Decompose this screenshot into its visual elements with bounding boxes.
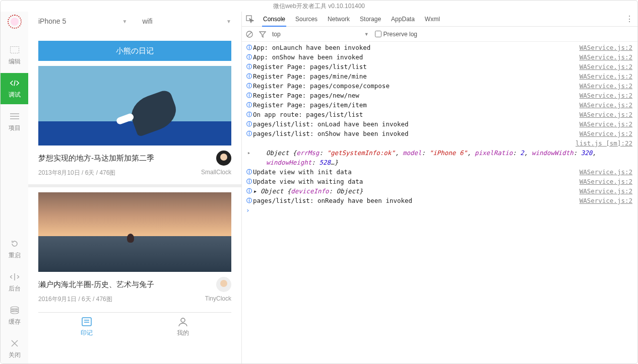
preserve-log-checkbox[interactable]: Preserve log	[375, 31, 417, 38]
card-title: 梦想实现的地方-马达加斯加第二季	[38, 154, 212, 163]
card-image	[38, 192, 231, 272]
avatar	[216, 151, 231, 166]
svg-line-1	[14, 80, 15, 86]
card-title: 濑户内海北半圈-历史、艺术与兔子	[38, 280, 212, 289]
info-icon: ⓘ	[245, 100, 253, 110]
window-title: 微信web开发者工具 v0.10.101400	[1, 1, 637, 12]
info-icon: ⓘ	[245, 71, 253, 81]
console-output[interactable]: ⓘApp: onLaunch have been invokedWAServic…	[242, 42, 637, 364]
console-object[interactable]: ▸Object {errMsg: "getSystemInfo:ok", mod…	[242, 148, 637, 167]
list-item[interactable]: 濑户内海北半圈-历史、艺术与兔子 2016年9月1日 / 6天 / 476图 T…	[38, 192, 231, 304]
more-icon[interactable]: ⋮	[625, 14, 633, 24]
tab-sources[interactable]: Sources	[294, 12, 318, 27]
card-image	[38, 66, 231, 145]
sidebar-item-edit[interactable]: 编辑	[1, 40, 28, 71]
svg-rect-11	[82, 318, 91, 326]
console-row: ⓘpages/list/list: onLoad have been invok…	[242, 119, 637, 129]
source-link[interactable]: list.js [sm]:22	[576, 138, 632, 148]
chevron-down-icon: ▼	[364, 32, 369, 37]
source-link[interactable]: WAService.js:2	[580, 177, 632, 186]
sidebar-item-background[interactable]: 后台	[1, 267, 28, 298]
console-row: list.js [sm]:22	[242, 138, 637, 148]
info-icon: ⓘ	[245, 196, 253, 205]
console-prompt[interactable]: ›	[242, 205, 637, 215]
info-icon: ⓘ	[245, 52, 253, 62]
card-author: TinyClock	[205, 295, 231, 304]
device-selector[interactable]: iPhone 5 ▼	[33, 14, 133, 28]
user-icon	[178, 317, 188, 327]
console-row: ⓘRegister Page: pages/mine/mineWAService…	[242, 71, 637, 81]
background-icon	[10, 272, 20, 281]
edit-icon	[10, 45, 20, 54]
console-row: ⓘUpdate view with waiting dataWAService.…	[242, 177, 637, 186]
card-author: SmallClock	[201, 169, 231, 177]
sidebar-item-debug[interactable]: 调试	[1, 73, 28, 104]
info-icon: ⓘ	[245, 91, 253, 100]
source-link[interactable]: WAService.js:2	[580, 91, 632, 100]
source-link[interactable]: WAService.js:2	[580, 129, 632, 138]
console-object[interactable]: ⓘ▸ Object {deviceInfo: Object}WAService.…	[242, 186, 637, 196]
console-row: ⓘOn app route: pages/list/listWAService.…	[242, 110, 637, 119]
info-icon: ⓘ	[245, 43, 253, 52]
source-link[interactable]: WAService.js:2	[580, 196, 632, 205]
devtools-panel: Console Sources Network Storage AppData …	[241, 12, 637, 364]
source-link[interactable]: WAService.js:2	[580, 167, 632, 177]
network-selector[interactable]: wifi ▼	[138, 14, 237, 28]
tab-appdata[interactable]: AppData	[390, 12, 416, 27]
chevron-down-icon: ▼	[226, 19, 231, 24]
restart-icon	[10, 239, 20, 248]
source-link[interactable]: WAService.js:2	[580, 119, 632, 129]
info-icon: ⓘ	[245, 81, 253, 91]
inspect-icon[interactable]	[246, 15, 254, 23]
clear-console-icon[interactable]	[246, 31, 253, 38]
console-row: ⓘRegister Page: pages/list/listWAService…	[242, 62, 637, 71]
info-icon: ⓘ	[245, 62, 253, 71]
tab-console[interactable]: Console	[262, 12, 286, 27]
source-link[interactable]: WAService.js:2	[580, 100, 632, 110]
console-row: ⓘRegister Page: pages/compose/composeWAS…	[242, 81, 637, 91]
source-link[interactable]: WAService.js:2	[580, 186, 632, 196]
console-row: ⓘApp: onLaunch have been invokedWAServic…	[242, 43, 637, 52]
console-row: ⓘpages/list/list: onShow have been invok…	[242, 129, 637, 138]
svg-line-17	[247, 32, 251, 36]
sidebar-item-cache[interactable]: 缓存	[1, 300, 28, 331]
card-meta: 2016年9月1日 / 6天 / 476图	[38, 295, 112, 304]
list-item[interactable]: 梦想实现的地方-马达加斯加第二季 2013年8月10日 / 6天 / 476图 …	[38, 66, 231, 177]
sidebar-item-project[interactable]: 项目	[1, 106, 28, 137]
tab-storage[interactable]: Storage	[359, 12, 382, 27]
tab-network[interactable]: Network	[327, 12, 351, 27]
svg-point-8	[11, 311, 19, 314]
divider	[28, 184, 241, 187]
avatar	[216, 277, 231, 292]
code-icon	[10, 79, 20, 88]
source-link[interactable]: WAService.js:2	[580, 62, 632, 71]
source-link[interactable]: WAService.js:2	[580, 71, 632, 81]
source-link[interactable]: WAService.js:2	[580, 81, 632, 91]
console-row: ⓘUpdate view with init dataWAService.js:…	[242, 167, 637, 177]
sidebar-item-restart[interactable]: 重启	[1, 234, 28, 265]
console-row: ⓘRegister Page: pages/new/newWAService.j…	[242, 91, 637, 100]
source-link[interactable]: WAService.js:2	[580, 52, 632, 62]
menu-icon	[10, 112, 20, 121]
tab-mine[interactable]: 我的	[135, 313, 232, 341]
source-link[interactable]: WAService.js:2	[580, 43, 632, 52]
chevron-down-icon: ▼	[122, 19, 127, 24]
card-meta: 2013年8月10日 / 6天 / 476图	[38, 169, 115, 177]
console-row: ⓘpages/list/list: onReady have been invo…	[242, 196, 637, 205]
device-panel: iPhone 5 ▼ wifi ▼ 小熊の日记 梦想实现的地方-马达加斯加第二季…	[28, 12, 241, 364]
context-selector[interactable]: top ▼	[272, 31, 369, 38]
sidebar: 编辑 调试 项目 重启 后台 缓存 关闭	[1, 12, 28, 364]
info-icon: ⓘ	[245, 177, 253, 186]
sidebar-item-close[interactable]: 关闭	[1, 333, 28, 364]
tab-diary[interactable]: 印记	[38, 313, 135, 341]
tabbar: 印记 我的	[38, 312, 231, 341]
svg-rect-0	[10, 46, 19, 53]
info-icon: ⓘ	[245, 129, 253, 138]
console-row: ⓘApp: onShow have been invokedWAService.…	[242, 52, 637, 62]
source-link[interactable]: WAService.js:2	[580, 110, 632, 119]
console-row: ⓘRegister Page: pages/item/itemWAService…	[242, 100, 637, 110]
tab-wxml[interactable]: Wxml	[424, 12, 441, 27]
filter-icon[interactable]	[259, 31, 266, 38]
cache-icon	[10, 306, 20, 315]
info-icon: ⓘ	[245, 110, 253, 119]
